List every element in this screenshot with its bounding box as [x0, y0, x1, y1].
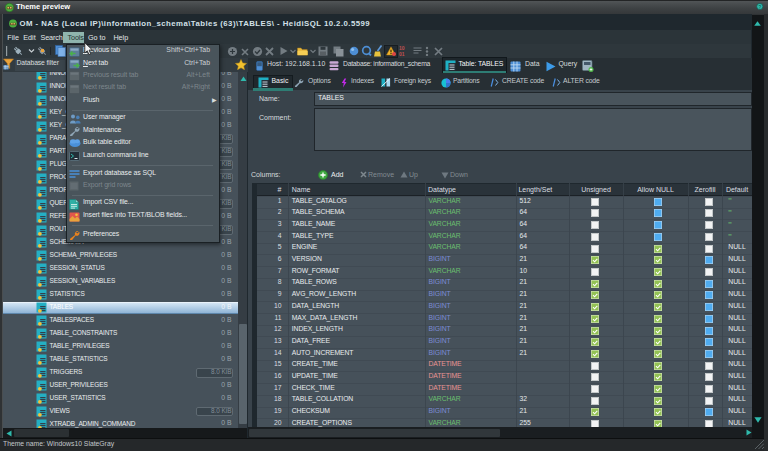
- svg-text:?: ?: [758, 5, 761, 10]
